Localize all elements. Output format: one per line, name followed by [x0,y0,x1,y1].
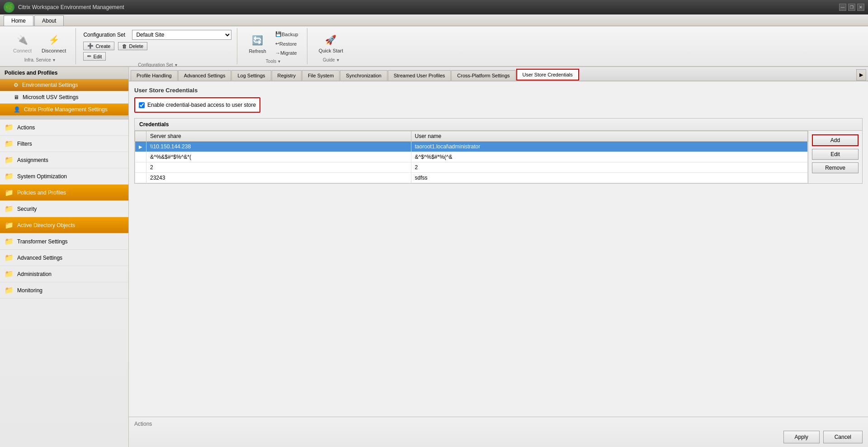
cell-server-share: 23243 [146,173,411,183]
guide-group-label: Guide ▾ [323,56,339,62]
sidebar-item-system-optimization[interactable]: 📁 System Optimization [0,168,128,185]
disconnect-button[interactable]: ⚡ Disconnect [38,30,70,56]
tab-user-store-credentials[interactable]: User Store Credentials [516,69,579,81]
infra-group-expand[interactable]: ▾ [53,57,55,62]
sidebar-item-policies-profiles[interactable]: 📁 Policies and Profiles [0,185,128,201]
sidebar-item-security[interactable]: 📁 Security [0,201,128,217]
apply-button[interactable]: Apply [783,431,820,443]
system-optimization-icon: 📁 [5,172,14,181]
app-logo: 🌿 [4,2,14,13]
create-button[interactable]: ➕ Create [83,42,114,50]
ribbon-group-tools: 🔄 Refresh 💾 Backup ↩ Restore → Migrate [239,28,307,64]
sidebar-item-environmental-settings[interactable]: ⚙ Environmental Settings [0,79,128,91]
title-bar: 🌿 Citrix Workspace Environment Managemen… [0,0,868,14]
config-set-row: Configuration Set Default Site [83,30,231,40]
tab-registry[interactable]: Registry [272,70,302,81]
ribbon-group-infra: 🔌 Connect ⚡ Disconnect Infra. Service ▾ [4,28,76,64]
delete-button[interactable]: 🗑 Delete [118,42,147,50]
user-store-credentials-title: User Store Credentials [134,87,863,94]
advanced-settings-icon: 📁 [5,253,14,262]
sidebar-item-administration[interactable]: 📁 Administration [0,266,128,282]
edit-credential-button[interactable]: Edit [812,149,859,160]
sidebar-header: Policies and Profiles [0,67,128,79]
config-set-controls: Configuration Set Default Site ➕ Create … [83,30,231,61]
backup-button[interactable]: 💾 Backup [272,30,302,38]
refresh-button[interactable]: 🔄 Refresh [245,31,270,56]
delete-icon: 🗑 [122,43,127,49]
ribbon-tools-buttons: 🔄 Refresh 💾 Backup ↩ Restore → Migrate [245,30,301,57]
title-bar-left: 🌿 Citrix Workspace Environment Managemen… [4,2,124,13]
tab-file-system[interactable]: File System [302,70,340,81]
remove-button[interactable]: Remove [812,162,859,173]
enable-credential-row: Enable credential-based access to user s… [134,97,260,113]
tab-about[interactable]: About [34,15,64,26]
sidebar-separator-1 [0,116,128,119]
security-icon: 📁 [5,204,14,213]
transformer-settings-icon: 📁 [5,237,14,246]
col-server-share: Server share [146,131,411,142]
config-edit-row: ✏ Edit [83,52,231,61]
add-button[interactable]: Add [812,134,859,146]
restore-button[interactable]: ↩ Restore [272,39,302,48]
table-row[interactable]: 23243 sdfss [135,173,808,183]
quick-start-button[interactable]: 🚀 Quick Start [315,30,347,56]
credentials-body: Server share User name ▶ \\10.150.144.23… [135,131,862,183]
config-set-dropdown[interactable]: Default Site [132,30,231,40]
connect-button[interactable]: 🔌 Connect [9,30,36,56]
sidebar-item-microsoft-usv[interactable]: 🖥 Microsoft USV Settings [0,91,128,104]
row-arrow [135,152,146,162]
sidebar-item-citrix-profile[interactable]: 👤 Citrix Profile Management Settings [0,104,128,116]
guide-group-expand[interactable]: ▾ [337,57,339,62]
close-button[interactable]: ✕ [857,4,864,11]
credentials-section-header: Credentials [135,119,862,131]
tab-advanced-settings[interactable]: Advanced Settings [178,70,231,81]
content-area: Profile Handling Advanced Settings Log S… [129,67,868,447]
cancel-button[interactable]: Cancel [823,431,863,443]
tab-synchronization[interactable]: Synchronization [340,70,387,81]
migrate-button[interactable]: → Migrate [272,49,302,57]
tab-log-settings[interactable]: Log Settings [231,70,271,81]
tools-group-expand[interactable]: ▾ [278,59,280,64]
restore-button[interactable]: ❐ [848,4,855,11]
ribbon-infra-buttons: 🔌 Connect ⚡ Disconnect [9,30,70,56]
sidebar-item-monitoring[interactable]: 📁 Monitoring [0,282,128,299]
sidebar-item-filters[interactable]: 📁 Filters [0,136,128,152]
table-row[interactable]: &^%&$#^$%^&*( &^$^%$#*%(^& [135,152,808,162]
table-row[interactable]: ▶ \\10.150.144.238 taoroot1.local\admini… [135,142,808,152]
sidebar-item-advanced-settings[interactable]: 📁 Advanced Settings [0,250,128,266]
connect-icon: 🔌 [15,33,29,47]
minimize-button[interactable]: — [839,4,846,11]
table-row[interactable]: 2 2 [135,162,808,173]
cell-server-share: 2 [146,162,411,173]
filters-icon: 📁 [5,139,14,148]
content-tabs: Profile Handling Advanced Settings Log S… [129,67,868,81]
migrate-icon: → [275,50,280,56]
main-panel: User Store Credentials Enable credential… [129,81,868,417]
window-controls[interactable]: — ❐ ✕ [839,4,864,11]
sidebar-item-assignments[interactable]: 📁 Assignments [0,152,128,168]
config-create-row: ➕ Create 🗑 Delete [83,42,231,50]
bottom-actions: Actions Apply Cancel [129,417,868,447]
monitoring-icon: 📁 [5,286,14,295]
edit-button[interactable]: ✏ Edit [83,52,106,61]
tab-cross-platform-settings[interactable]: Cross-Platform Settings [451,70,515,81]
sidebar-item-actions[interactable]: 📁 Actions [0,119,128,136]
tab-home[interactable]: Home [4,15,33,26]
administration-icon: 📁 [5,270,14,278]
citrix-profile-icon: 👤 [14,106,20,113]
tab-streamed-user-profiles[interactable]: Streamed User Profiles [388,70,451,81]
cell-server-share: &^%&$#^$%^&*( [146,152,411,162]
actions-label: Actions [134,421,863,427]
credentials-table-area: Server share User name ▶ \\10.150.144.23… [135,131,808,183]
row-arrow [135,162,146,173]
cell-user-name: sdfss [411,173,807,183]
tab-scroll-right[interactable]: ▶ [856,69,866,81]
credentials-table: Server share User name ▶ \\10.150.144.23… [135,131,808,183]
enable-credential-checkbox[interactable] [139,102,145,108]
tab-profile-handling[interactable]: Profile Handling [131,70,178,81]
quick-start-icon: 🚀 [324,33,338,47]
assignments-icon: 📁 [5,156,14,164]
sidebar-item-active-directory[interactable]: 📁 Active Directory Objects [0,217,128,233]
sidebar-item-transformer-settings[interactable]: 📁 Transformer Settings [0,233,128,250]
cell-server-share: \\10.150.144.238 [146,142,411,152]
